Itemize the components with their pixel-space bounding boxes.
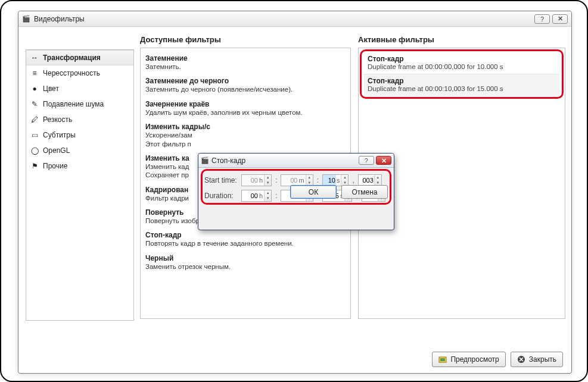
active-filter-description: Duplicate frame at 00:00:10,003 for 15.0…	[368, 85, 556, 92]
duration-hours-spinner[interactable]: h▲▼	[241, 190, 272, 202]
spinner-arrows-icon[interactable]: ▲▼	[306, 175, 313, 186]
start-time-label: Start time:	[204, 176, 238, 184]
category-icon: ●	[30, 84, 39, 93]
available-filter-item[interactable]: Зачернение краёвУдалить шум краёв, запол…	[145, 100, 346, 117]
active-filter-name: Стоп-кадр	[368, 55, 556, 63]
dialog-help-button[interactable]: ?	[359, 156, 374, 165]
active-highlight-border: Стоп-кадрDuplicate frame at 00:00:00,000…	[360, 49, 564, 99]
dialog-close-button[interactable]: ✕	[376, 156, 391, 165]
close-label: Закрыть	[529, 355, 556, 364]
category-label: Чересстрочность	[43, 69, 100, 77]
available-filter-item[interactable]: ЗатемнениеЗатемнить.	[145, 54, 346, 71]
preview-icon	[438, 355, 447, 364]
main-window-title: Видеофильтры	[34, 15, 85, 23]
dialog-button-row: ОК Отмена	[290, 185, 388, 199]
start-hours-spinner[interactable]: h▲▼	[241, 174, 272, 186]
svg-rect-1	[440, 358, 445, 361]
start-hours-input[interactable]	[242, 175, 259, 186]
filter-name: Черный	[145, 254, 346, 262]
category-icon: ▭	[30, 130, 39, 140]
preview-label: Предпросмотр	[450, 355, 499, 364]
close-icon	[517, 355, 525, 364]
filter-description: Ускорение/зам Этот фильтр п	[145, 131, 346, 148]
filter-name: Стоп-кадр	[145, 231, 346, 239]
cancel-button[interactable]: Отмена	[341, 185, 388, 199]
active-filter-item[interactable]: Стоп-кадрDuplicate frame at 00:00:00,000…	[364, 52, 559, 74]
dialog-title: Стоп-кадр	[211, 156, 245, 165]
dialog-titlebar: 🎬 Стоп-кадр ? ✕	[198, 154, 394, 168]
category-label: Субтитры	[43, 131, 76, 139]
category-icon: ↔	[30, 53, 39, 62]
dialog-icon: 🎬	[201, 156, 209, 164]
category-item[interactable]: ✎Подавление шума	[26, 96, 133, 112]
category-item[interactable]: ↔Трансформация	[26, 50, 133, 65]
time-separator: :	[317, 176, 319, 184]
preview-button[interactable]: Предпросмотр	[432, 352, 505, 367]
category-label: OpenGL	[43, 146, 70, 155]
category-item[interactable]: ◯OpenGL	[26, 143, 133, 158]
bottom-bar: Предпросмотр Закрыть	[432, 352, 563, 367]
stop-frame-dialog: 🎬 Стоп-кадр ? ✕ Start time: h▲▼ : m▲▼ : …	[198, 153, 394, 230]
filter-description: Удалить шум краёв, заполнив их черным цв…	[145, 108, 346, 117]
start-minutes-spinner[interactable]: m▲▼	[281, 174, 313, 186]
category-label: Цвет	[43, 84, 59, 93]
active-filter-description: Duplicate frame at 00:00:00,000 for 10.0…	[368, 63, 556, 70]
spinner-arrows-icon[interactable]: ▲▼	[264, 190, 271, 201]
filter-description: Повторять кадр в течение заданного време…	[145, 239, 346, 248]
category-item[interactable]: 🖊Резкость	[26, 112, 133, 127]
categories-column: ↔Трансформация≡Чересстрочность●Цвет✎Пода…	[26, 35, 134, 346]
time-separator: ,	[352, 176, 354, 184]
spinner-arrows-icon[interactable]: ▲▼	[374, 175, 381, 186]
spinner-arrows-icon[interactable]: ▲▼	[264, 175, 271, 186]
duration-label: Duration:	[204, 192, 238, 200]
available-header: Доступные фильтры	[140, 35, 351, 44]
category-item[interactable]: ▭Субтитры	[26, 127, 133, 143]
main-help-button[interactable]: ?	[534, 14, 550, 24]
filter-name: Затемнение до черного	[145, 77, 346, 85]
duration-hours-input[interactable]	[242, 190, 259, 201]
category-label: Резкость	[43, 115, 72, 124]
start-ms-input[interactable]	[359, 175, 374, 186]
available-filter-item[interactable]: Стоп-кадрПовторять кадр в течение заданн…	[145, 231, 346, 248]
category-icon: ⚑	[30, 161, 39, 171]
ok-button[interactable]: ОК	[290, 185, 337, 199]
active-filter-item[interactable]: Стоп-кадрDuplicate frame at 00:00:10,003…	[364, 74, 559, 96]
start-ms-spinner[interactable]: ▲▼	[358, 174, 382, 186]
start-seconds-spinner[interactable]: s▲▼	[322, 174, 349, 186]
category-item[interactable]: ●Цвет	[26, 81, 133, 96]
time-separator: :	[275, 192, 277, 200]
category-icon: ≡	[30, 68, 39, 78]
time-separator: :	[275, 176, 277, 184]
main-close-button[interactable]: ✕	[552, 14, 568, 24]
main-titlebar: 🎬 Видеофильтры ? ✕	[18, 11, 571, 27]
category-label: Трансформация	[43, 54, 101, 62]
screenshot-frame: 🎬 Видеофильтры ? ✕ ↔Трансформация≡Чересс…	[0, 0, 588, 382]
close-button[interactable]: Закрыть	[511, 352, 563, 367]
filter-name: Затемнение	[145, 54, 346, 62]
filter-description: Заменить отрезок черным.	[145, 262, 346, 271]
category-icon: ◯	[30, 146, 39, 155]
spinner-arrows-icon[interactable]: ▲▼	[341, 175, 348, 186]
category-icon: 🖊	[30, 115, 39, 124]
category-item[interactable]: ≡Чересстрочность	[26, 65, 133, 81]
available-filter-item[interactable]: Изменить кадры/сУскорение/зам Этот фильт…	[145, 123, 346, 148]
categories-list: ↔Трансформация≡Чересстрочность●Цвет✎Пода…	[26, 49, 134, 321]
category-icon: ✎	[30, 99, 39, 109]
available-filter-item[interactable]: Затемнение до черногоЗатемнить до черног…	[145, 77, 346, 93]
category-label: Прочие	[43, 162, 67, 170]
start-minutes-input[interactable]	[281, 175, 298, 186]
filter-description: Затемнить до черного (появление/исчезани…	[145, 85, 346, 93]
category-label: Подавление шума	[43, 100, 104, 108]
category-item[interactable]: ⚑Прочие	[26, 158, 133, 174]
available-filter-item[interactable]: ЧерныйЗаменить отрезок черным.	[145, 254, 346, 271]
filter-name: Зачернение краёв	[145, 100, 346, 108]
filter-name: Изменить кадры/с	[145, 123, 346, 131]
filter-description: Затемнить.	[145, 62, 346, 71]
start-seconds-input[interactable]	[323, 175, 336, 186]
app-icon: 🎬	[22, 15, 30, 23]
active-filter-name: Стоп-кадр	[368, 77, 556, 85]
dialog-body: Start time: h▲▼ : m▲▼ : s▲▼ , ▲▼ Duratio…	[198, 168, 394, 203]
active-header: Активные фильтры	[358, 35, 565, 44]
